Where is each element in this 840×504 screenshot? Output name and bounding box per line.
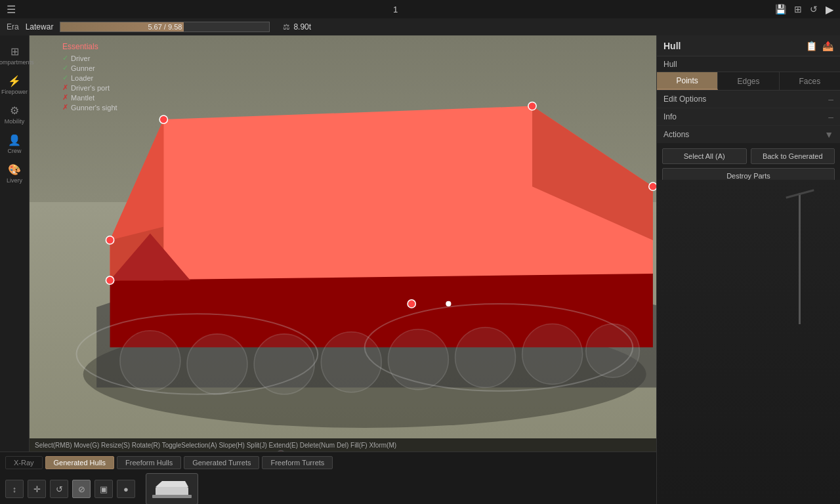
svg-rect-21 — [152, 495, 192, 498]
tab-number: 1 — [393, 5, 398, 14]
compartments-icon: ⊞ — [10, 45, 19, 58]
select-all-button[interactable]: Select All (A) — [662, 148, 747, 164]
settings-icon[interactable]: ⊞ — [794, 4, 802, 14]
edit-options-label: Edit Options — [663, 94, 706, 104]
svg-point-3 — [649, 182, 656, 190]
sidebar-item-compartments[interactable]: ⊞ Compartments — [1, 42, 28, 68]
edit-options-collapse-icon: – — [828, 94, 833, 104]
era-value: Latewar — [26, 22, 54, 32]
tab-generated-hulls[interactable]: Generated Hulls — [45, 456, 115, 469]
essentials-gunner: ✓ Gunner — [62, 64, 117, 72]
tool-move[interactable]: ↕ — [5, 480, 24, 498]
info-section: Info – — [657, 108, 840, 126]
tab-freeform-hulls[interactable]: Freeform Hulls — [117, 456, 181, 469]
action-row-1: Select All (A) Back to Generated — [662, 148, 835, 164]
right-panel-header: Hull 📋 📤 — [657, 35, 840, 56]
sidebar: ⊞ Compartments ⚡ Firepower ⚙ Mobility 👤 … — [0, 35, 30, 504]
sidebar-item-crew[interactable]: 👤 Crew — [1, 131, 28, 157]
ground-plane — [30, 202, 656, 452]
weight-value: 8.90t — [293, 22, 311, 32]
status-bar: Select(RMB) Move(G) Resize(S) Rotate(R) … — [30, 438, 656, 452]
era-label: Era — [0, 22, 26, 32]
essentials-mantlet: ✗ Mantlet — [62, 93, 117, 102]
back-to-generated-button[interactable]: Back to Generated — [751, 148, 835, 164]
tab-points[interactable]: Points — [657, 72, 718, 90]
actions-header[interactable]: Actions ▼ — [657, 126, 840, 143]
sidebar-item-mobility[interactable]: ⚙ Mobility — [1, 101, 28, 127]
tool-dot[interactable]: ● — [117, 480, 135, 498]
copy-icon[interactable]: 📋 — [806, 41, 817, 51]
tool-select[interactable]: ⊘ — [72, 480, 91, 498]
weight-icon: ⚖ — [283, 22, 290, 32]
right-panel-header-icons: 📋 📤 — [806, 41, 833, 51]
preview-scene — [657, 180, 840, 504]
mantlet-label: Mantlet — [71, 94, 94, 102]
info-header[interactable]: Info – — [657, 108, 840, 125]
tab-faces[interactable]: Faces — [780, 72, 840, 90]
tool-rotate[interactable]: ↺ — [50, 480, 68, 498]
weight-section: ⚖ 8.90t — [276, 22, 318, 32]
tool-add[interactable]: ✛ — [28, 480, 46, 498]
refresh-icon[interactable]: ↺ — [810, 4, 818, 14]
right-preview-area — [657, 180, 840, 504]
driver-check-icon: ✓ — [62, 54, 68, 62]
tab-generated-turrets[interactable]: Generated Turrets — [184, 456, 259, 469]
tab-row: X-Ray Generated Hulls Freeform Hulls Gen… — [0, 452, 656, 473]
loader-check-icon: ✓ — [62, 74, 68, 82]
gunners-sight-label: Gunner's sight — [71, 104, 117, 112]
right-panel-title: Hull — [663, 41, 681, 51]
tab-xray[interactable]: X-Ray — [5, 456, 43, 469]
right-tabs: Points Edges Faces — [657, 72, 840, 91]
bottom-tools: ↕ ✛ ↺ ⊘ ▣ ● — [0, 473, 656, 504]
tab-freeform-turrets[interactable]: Freeform Turrets — [262, 456, 333, 469]
era-progress: 5.67 / 9.58 — [60, 22, 270, 32]
mobility-icon: ⚙ — [10, 104, 19, 117]
edit-options-header[interactable]: Edit Options – — [657, 91, 840, 108]
firepower-icon: ⚡ — [8, 75, 21, 87]
hull-thumb-svg — [152, 477, 192, 501]
right-panel: Hull 📋 📤 Hull Points Edges Faces Edit Op… — [656, 35, 840, 504]
era-progress-text: 5.67 / 9.58 — [60, 22, 269, 32]
essentials-title: Essentials — [62, 42, 117, 51]
viewport[interactable]: Essentials ✓ Driver ✓ Gunner ✓ Loader ✗ … — [30, 35, 656, 452]
edit-options-section: Edit Options – — [657, 91, 840, 108]
hull-thumbnail — [146, 473, 198, 504]
essentials-drivers-port: ✗ Driver's port — [62, 83, 117, 92]
gunners-sight-cross-icon: ✗ — [62, 103, 68, 112]
gunner-label: Gunner — [71, 64, 95, 72]
svg-marker-20 — [156, 481, 188, 487]
tool-grid[interactable]: ▣ — [94, 480, 113, 498]
essentials-gunners-sight: ✗ Gunner's sight — [62, 103, 117, 112]
actions-label: Actions — [663, 130, 689, 139]
bottom-bar: X-Ray Generated Hulls Freeform Hulls Gen… — [0, 452, 656, 504]
essentials-driver: ✓ Driver — [62, 54, 117, 62]
preview-pole — [799, 193, 801, 324]
svg-point-1 — [159, 116, 167, 123]
essentials-panel: Essentials ✓ Driver ✓ Gunner ✓ Loader ✗ … — [62, 42, 117, 113]
driver-label: Driver — [71, 54, 90, 62]
status-text: Select(RMB) Move(G) Resize(S) Rotate(R) … — [35, 442, 396, 449]
sidebar-item-livery[interactable]: 🎨 Livery — [1, 160, 28, 186]
play-button[interactable]: ▶ — [826, 3, 833, 16]
mantlet-cross-icon: ✗ — [62, 93, 68, 102]
menu-icon[interactable]: ☰ — [7, 3, 16, 16]
drivers-port-cross-icon: ✗ — [62, 83, 68, 92]
livery-icon: 🎨 — [8, 163, 21, 176]
top-bar: ☰ 1 💾 ⊞ ↺ ▶ — [0, 0, 840, 18]
gunner-check-icon: ✓ — [62, 64, 68, 72]
save-icon[interactable]: 💾 — [775, 4, 786, 14]
drivers-port-label: Driver's port — [71, 84, 110, 92]
essentials-loader: ✓ Loader — [62, 74, 117, 82]
top-icons: 💾 ⊞ ↺ ▶ — [775, 3, 833, 16]
info-collapse-icon: – — [828, 112, 833, 122]
export-icon[interactable]: 📤 — [822, 41, 833, 51]
loader-label: Loader — [71, 74, 93, 82]
info-label: Info — [663, 112, 677, 121]
era-bar: Era Latewar 5.67 / 9.58 ⚖ 8.90t — [0, 18, 840, 35]
scene-background: Essentials ✓ Driver ✓ Gunner ✓ Loader ✗ … — [30, 35, 656, 452]
tab-edges[interactable]: Edges — [718, 72, 779, 90]
right-sub-header: Hull — [657, 56, 840, 72]
sidebar-item-firepower[interactable]: ⚡ Firepower — [1, 72, 28, 98]
actions-collapse-icon: ▼ — [824, 129, 833, 140]
svg-point-2 — [528, 102, 536, 110]
